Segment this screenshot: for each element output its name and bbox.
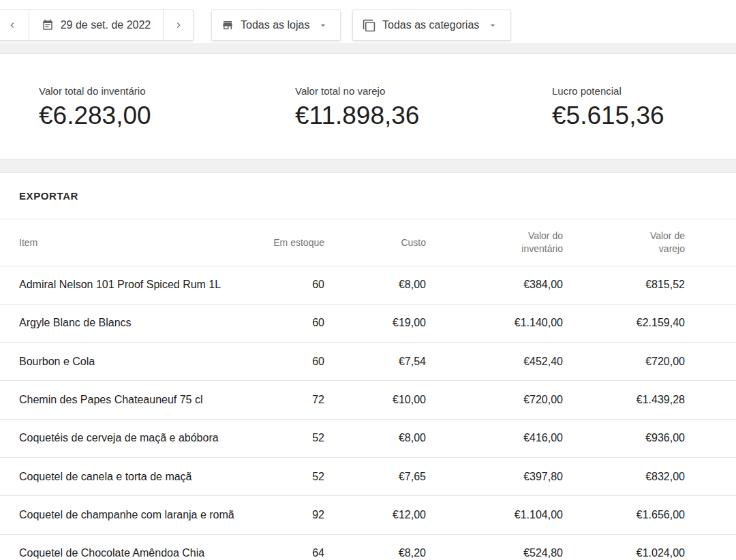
inventory-value-cell: €416,00	[426, 419, 563, 457]
stock-cell: 92	[245, 496, 324, 534]
table-row[interactable]: Bourbon e Cola 60 €7,54 €452,40 €720,00	[0, 343, 736, 381]
column-header-cost: Custo	[324, 219, 426, 266]
table-row[interactable]: Admiral Nelson 101 Proof Spiced Rum 1L 6…	[0, 266, 736, 304]
date-navigation-group: 29 de set. de 2022	[0, 10, 194, 41]
top-toolbar: 29 de set. de 2022 Todas as lojas Todas …	[0, 0, 736, 43]
item-cell: Admiral Nelson 101 Proof Spiced Rum 1L	[0, 266, 245, 304]
retail-value-cell: €1.024,00	[563, 534, 736, 560]
cost-cell: €19,00	[324, 304, 426, 342]
inventory-value-cell: €384,00	[426, 266, 563, 304]
cost-cell: €7,54	[324, 343, 426, 381]
next-day-button[interactable]	[163, 10, 193, 40]
summary-label: Valor total do inventário	[39, 85, 295, 97]
categories-icon	[363, 19, 375, 32]
cost-cell: €8,20	[324, 534, 426, 560]
summary-card-potential-profit: Lucro potencial €5.615,36	[552, 85, 736, 159]
stock-cell: 72	[245, 381, 324, 419]
retail-value-cell: €1.439,28	[563, 381, 736, 419]
table-row[interactable]: Argyle Blanc de Blancs 60 €19,00 €1.140,…	[0, 304, 736, 342]
chevron-right-icon	[173, 20, 184, 31]
previous-day-button[interactable]	[0, 10, 29, 40]
summary-label: Valor total no varejo	[295, 85, 552, 97]
item-cell: Coquetel de champanhe com laranja e romã	[0, 496, 245, 534]
table-row[interactable]: Coquetel de Chocolate Amêndoa Chia 64 €8…	[0, 534, 736, 560]
item-cell: Coquetéis de cerveja de maçã e abóbora	[0, 419, 245, 457]
inventory-value-cell: €720,00	[426, 381, 563, 419]
cost-cell: €8,00	[324, 266, 426, 304]
chevron-left-icon	[7, 20, 18, 31]
table-header-row: Item Em estoque Custo Valor do inventári…	[0, 219, 736, 266]
retail-value-cell: €2.159,40	[563, 304, 736, 342]
column-header-retail-value: Valor de varejo	[563, 219, 736, 266]
chevron-down-icon	[318, 20, 328, 31]
inventory-value-cell: €1.104,00	[426, 496, 563, 534]
column-header-inventory-value: Valor do inventário	[426, 219, 563, 266]
inventory-value-cell: €397,80	[426, 457, 563, 495]
table-row[interactable]: Chemin des Papes Chateauneuf 75 cl 72 €1…	[0, 381, 736, 419]
calendar-icon	[42, 19, 54, 31]
date-label: 29 de set. de 2022	[61, 19, 151, 31]
summary-value: €11.898,36	[295, 102, 552, 130]
export-button[interactable]: EXPORTAR	[19, 190, 78, 202]
retail-value-cell: €1.656,00	[563, 496, 736, 534]
cost-cell: €8,00	[324, 419, 426, 457]
column-header-in-stock: Em estoque	[245, 219, 324, 266]
chevron-down-icon	[487, 20, 498, 31]
table-row[interactable]: Coquetéis de cerveja de maçã e abóbora 5…	[0, 419, 736, 457]
cost-cell: €12,00	[324, 496, 426, 534]
item-cell: Coquetel de canela e torta de maçã	[0, 457, 245, 495]
stock-cell: 60	[245, 304, 324, 342]
cost-cell: €7,65	[324, 457, 426, 495]
column-header-item: Item	[0, 219, 245, 266]
summary-value: €5.615,36	[552, 102, 736, 130]
summary-value: €6.283,00	[39, 102, 295, 130]
inventory-table-card: EXPORTAR Item Em estoque Custo Valor do …	[0, 172, 736, 560]
summary-band: Valor total do inventário €6.283,00 Valo…	[0, 53, 736, 159]
summary-card-retail-value: Valor total no varejo €11.898,36	[295, 85, 552, 159]
table-actions-row: EXPORTAR	[0, 173, 736, 219]
categories-filter-button[interactable]: Todas as categorias	[352, 10, 511, 41]
stores-filter-button[interactable]: Todas as lojas	[211, 10, 341, 41]
date-picker-button[interactable]: 29 de set. de 2022	[29, 10, 164, 40]
table-row[interactable]: Coquetel de canela e torta de maçã 52 €7…	[0, 457, 736, 495]
item-cell: Argyle Blanc de Blancs	[0, 304, 245, 342]
item-cell: Chemin des Papes Chateauneuf 75 cl	[0, 381, 245, 419]
stock-cell: 60	[245, 343, 324, 381]
summary-card-inventory-value: Valor total do inventário €6.283,00	[39, 85, 295, 159]
item-cell: Coquetel de Chocolate Amêndoa Chia	[0, 534, 245, 560]
inventory-value-cell: €1.140,00	[426, 304, 563, 342]
summary-label: Lucro potencial	[552, 85, 736, 97]
table-row[interactable]: Coquetel de champanhe com laranja e romã…	[0, 496, 736, 534]
stock-cell: 64	[245, 534, 324, 560]
stock-cell: 52	[245, 457, 324, 495]
categories-filter-label: Todas as categorias	[382, 19, 479, 31]
retail-value-cell: €815,52	[563, 266, 736, 304]
store-icon	[221, 19, 234, 31]
inventory-value-cell: €524,80	[426, 534, 563, 560]
retail-value-cell: €720,00	[563, 343, 736, 381]
inventory-table: Item Em estoque Custo Valor do inventári…	[0, 219, 736, 560]
inventory-value-cell: €452,40	[426, 343, 563, 381]
retail-value-cell: €936,00	[563, 419, 736, 457]
cost-cell: €10,00	[324, 381, 426, 419]
item-cell: Bourbon e Cola	[0, 343, 245, 381]
retail-value-cell: €832,00	[563, 457, 736, 495]
stock-cell: 60	[245, 266, 324, 304]
stores-filter-label: Todas as lojas	[241, 19, 309, 31]
stock-cell: 52	[245, 419, 324, 457]
